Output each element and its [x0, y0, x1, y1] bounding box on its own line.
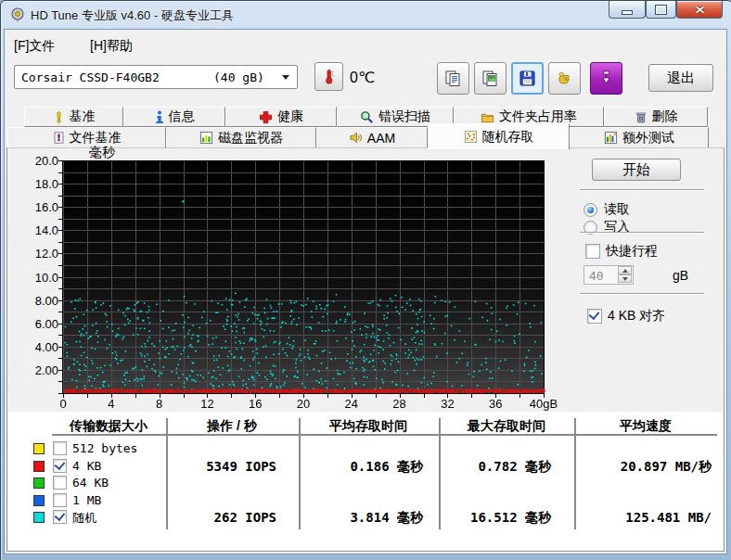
tab-file-benchmark[interactable]: 文件基准 — [7, 127, 166, 148]
exit-button[interactable]: 退出 — [648, 64, 713, 92]
col-header-avg-speed: 平均速度 — [620, 418, 672, 435]
tab-health[interactable]: 健康 — [225, 107, 337, 127]
table-row: 随机 262 IOPS 3.814 毫秒 16.512 毫秒 125.481 M… — [1, 509, 731, 526]
x-tick-label: 4 — [108, 397, 114, 411]
donate-button[interactable] — [548, 62, 581, 95]
temperature-value: 0℃ — [350, 69, 375, 86]
short-stroke-label[interactable]: 快捷行程 — [606, 243, 658, 260]
separator — [580, 232, 704, 234]
tab-label: 额外测试 — [622, 130, 674, 146]
titlebar[interactable]: HD Tune 专业版 v4.60 - 硬盘专业工具 — [1, 1, 731, 29]
tab-extra-tests[interactable]: 额外测试 — [570, 127, 709, 148]
row-checkbox[interactable] — [53, 476, 67, 490]
copy-text-button[interactable] — [437, 62, 469, 95]
row-checkbox[interactable] — [53, 510, 67, 524]
capacity-unit-label: gB — [673, 268, 688, 283]
drive-select[interactable]: Corsair CSSD-F40GB2 (40 gB) — [14, 65, 298, 89]
tab-info[interactable]: 信息 — [123, 107, 225, 127]
dropdown-arrow-icon — [282, 75, 289, 83]
donate-hand-icon — [556, 70, 573, 87]
drive-model-text: Corsair CSSD-F40GB2 — [21, 70, 160, 84]
copy-text-icon — [444, 70, 462, 87]
spin-up-button[interactable] — [618, 266, 632, 274]
start-button[interactable]: 开始 — [592, 159, 681, 181]
file-benchmark-icon — [53, 131, 65, 145]
read-radio[interactable] — [584, 203, 597, 217]
row-color-swatch — [33, 461, 45, 472]
table-row: 64 KB — [1, 475, 731, 491]
x-axis-tick-labels: 0481216202428323640gB — [63, 397, 547, 412]
tab-label: 随机存取 — [482, 129, 534, 146]
row-color-swatch — [33, 512, 45, 523]
row-color-swatch — [33, 443, 45, 454]
random-access-plot — [56, 160, 547, 403]
table-row: 512 bytes — [1, 440, 731, 457]
temperature-button[interactable] — [314, 62, 343, 91]
row-size-label[interactable]: 随机 — [72, 510, 96, 527]
spin-down-button[interactable] — [618, 274, 632, 283]
row-avg-access-value: 0.186 毫秒 — [350, 459, 423, 476]
disk-monitor-icon — [199, 131, 213, 145]
x-tick-label: 28 — [392, 397, 405, 411]
row-size-label[interactable]: 512 bytes — [72, 441, 137, 455]
tab-label: 错误扫描 — [378, 108, 430, 125]
align-4kb-checkbox[interactable] — [587, 309, 602, 324]
table-row: 1 MB — [1, 492, 731, 509]
save-button[interactable] — [511, 62, 544, 95]
separator — [580, 293, 704, 295]
health-cross-icon — [259, 110, 273, 124]
tab-disk-monitor[interactable]: 磁盘监视器 — [166, 127, 316, 148]
x-tick-label: 36 — [489, 397, 502, 411]
row-checkbox[interactable] — [53, 459, 67, 473]
folder-usage-icon — [481, 110, 494, 124]
row-size-label[interactable]: 64 KB — [72, 476, 109, 490]
x-tick-label: 0 — [59, 397, 66, 411]
capacity-value: 40 — [589, 269, 604, 283]
minimize-button[interactable] — [609, 1, 646, 19]
read-radio-label[interactable]: 读取 — [604, 201, 630, 218]
aam-speaker-icon — [349, 131, 363, 145]
row-ops-value: 262 IOPS — [214, 510, 276, 525]
error-scan-magnifier-icon — [360, 110, 374, 124]
update-button[interactable] — [590, 62, 622, 95]
menu-file[interactable]: [F]文件 — [14, 38, 55, 55]
save-icon — [519, 70, 536, 87]
short-stroke-checkbox[interactable] — [585, 244, 600, 259]
tab-label: 健康 — [277, 108, 303, 125]
tab-random-access[interactable]: 随机存取 — [428, 123, 570, 149]
tab-label: 删除 — [652, 108, 678, 125]
row-ops-value: 5349 IOPS — [206, 459, 276, 474]
close-button[interactable] — [676, 1, 723, 19]
align-4kb-label[interactable]: 4 KB 对齐 — [608, 308, 665, 325]
row-size-label[interactable]: 1 MB — [72, 493, 101, 507]
x-tick-label: 20 — [297, 397, 310, 411]
table-row: 4 KB 5349 IOPS 0.186 毫秒 0.782 毫秒 20.897 … — [1, 458, 731, 475]
x-tick-label: 8 — [156, 397, 162, 411]
maximize-button[interactable] — [646, 1, 676, 19]
row-checkbox[interactable] — [53, 493, 67, 507]
tab-label: 文件基准 — [70, 130, 122, 146]
hdtune-app-icon — [10, 7, 25, 22]
row-color-swatch — [33, 495, 45, 506]
row-avg-speed-value: 125.481 MB/ — [625, 510, 712, 525]
tab-label: 磁盘监视器 — [218, 130, 283, 146]
y-axis-unit-label: 毫秒 — [89, 145, 115, 161]
random-access-icon — [464, 130, 478, 144]
copy-image-button[interactable] — [474, 62, 507, 95]
tab-benchmark[interactable]: 基准 — [24, 107, 123, 127]
benchmark-exclamation-icon — [53, 110, 65, 124]
capacity-input[interactable]: 40 — [584, 265, 634, 285]
row-checkbox[interactable] — [53, 441, 67, 455]
copy-image-icon — [481, 70, 499, 87]
col-header-avg-access: 平均存取时间 — [329, 418, 407, 435]
tab-aam[interactable]: AAM — [316, 127, 428, 148]
x-tick-label: 16 — [249, 397, 262, 411]
row-size-label[interactable]: 4 KB — [72, 459, 101, 473]
spin-up-icon — [622, 266, 628, 273]
menu-help[interactable]: [H]帮助 — [90, 38, 133, 55]
thermometer-icon — [321, 69, 337, 84]
col-header-ops-per-sec: 操作 / 秒 — [207, 418, 257, 435]
tab-erase[interactable]: 删除 — [604, 107, 708, 127]
extra-tests-icon — [604, 131, 618, 145]
row-color-swatch — [33, 477, 45, 489]
